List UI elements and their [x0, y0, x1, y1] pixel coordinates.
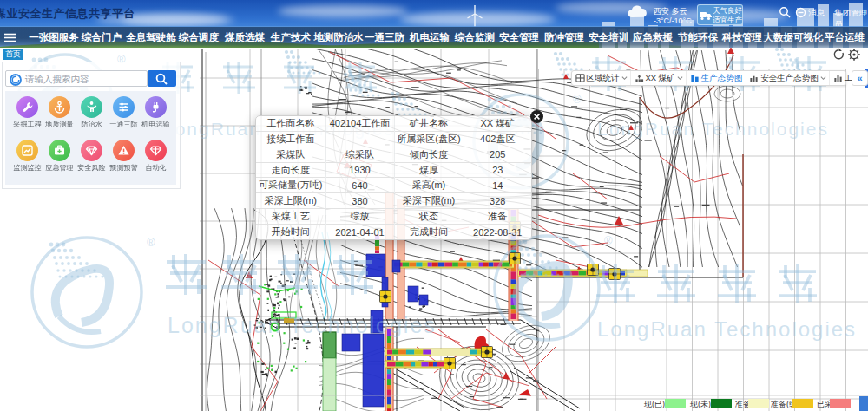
svg-text:®: ®	[147, 236, 155, 249]
